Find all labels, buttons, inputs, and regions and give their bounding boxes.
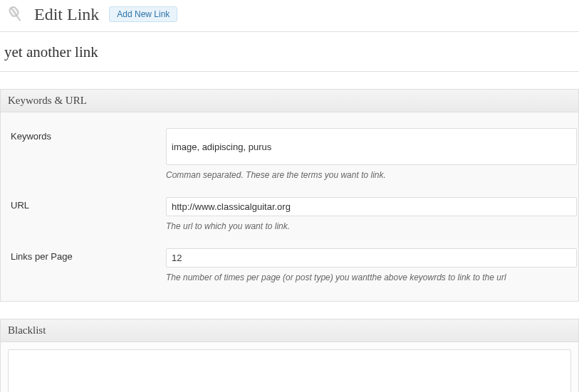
url-field-wrap: The url to which you want to link. — [166, 197, 578, 231]
links-per-page-label: Links per Page — [1, 248, 166, 282]
blacklist-metabox: Blacklist — [0, 319, 579, 392]
page-title: Edit Link — [34, 5, 99, 24]
pin-icon — [0, 0, 31, 30]
keywords-input[interactable] — [166, 128, 577, 165]
link-title: yet another link — [3, 41, 576, 65]
metabox-title: Keywords & URL — [8, 95, 571, 107]
page-header: Edit Link Add New Link — [0, 0, 579, 31]
links-per-page-field-wrap: The number of times per page (or post ty… — [166, 248, 578, 282]
url-row: URL The url to which you want to link. — [1, 190, 578, 241]
metabox-body: Keywords Comman separated. These are the… — [1, 112, 578, 301]
url-label: URL — [1, 197, 166, 231]
keywords-label: Keywords — [1, 128, 166, 180]
keywords-field-wrap: Comman separated. These are the terms yo… — [166, 128, 578, 180]
keywords-help: Comman separated. These are the terms yo… — [166, 170, 577, 180]
metabox-header: Blacklist — [1, 319, 578, 342]
blacklist-body — [1, 342, 578, 392]
url-help: The url to which you want to link. — [166, 221, 577, 231]
add-new-link-button[interactable]: Add New Link — [109, 6, 177, 22]
links-per-page-row: Links per Page The number of times per p… — [1, 241, 578, 292]
keywords-row: Keywords Comman separated. These are the… — [1, 121, 578, 190]
keywords-url-metabox: Keywords & URL Keywords Comman separated… — [0, 89, 579, 302]
svg-line-0 — [16, 16, 20, 21]
links-per-page-input[interactable] — [166, 248, 577, 267]
metabox-title: Blacklist — [8, 324, 571, 337]
url-input[interactable] — [166, 197, 577, 216]
blacklist-textarea[interactable] — [8, 349, 571, 392]
metabox-header: Keywords & URL — [1, 90, 578, 112]
link-title-section: yet another link — [0, 32, 579, 72]
links-per-page-help: The number of times per page (or post ty… — [166, 272, 577, 282]
